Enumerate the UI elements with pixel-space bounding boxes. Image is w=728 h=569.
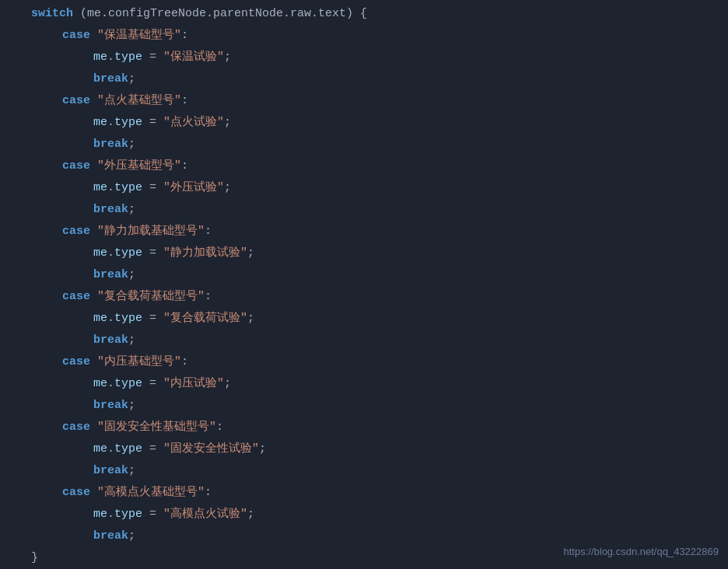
variable-token: me xyxy=(93,116,107,129)
code-line: me.type = "外压试验"; xyxy=(0,177,728,199)
code-line: me.type = "静力加载试验"; xyxy=(0,243,728,264)
plain-token: ; xyxy=(128,464,135,477)
code-line: me.type = "固发安全性试验"; xyxy=(0,438,728,460)
plain-token xyxy=(90,355,97,368)
code-line: switch (me.configTreeNode.parentNode.raw… xyxy=(0,3,728,25)
plain-token: ; xyxy=(224,116,231,129)
string-token: "高模点火试验" xyxy=(163,508,247,521)
keyword-token: break xyxy=(93,333,128,347)
plain-token: } xyxy=(31,551,38,564)
property-token: type xyxy=(114,246,142,260)
variable-token: me xyxy=(93,377,107,390)
keyword-token: case xyxy=(62,421,90,434)
variable-token: me xyxy=(93,246,107,260)
plain-token: ; xyxy=(128,399,135,412)
code-line: break; xyxy=(0,460,728,482)
plain-token: = xyxy=(142,51,163,64)
plain-token: ; xyxy=(247,508,254,521)
code-line: me.type = "点火试验"; xyxy=(0,112,728,134)
variable-token: me xyxy=(93,312,107,325)
variable-token: me xyxy=(93,51,107,64)
string-token: "内压试验" xyxy=(163,377,224,390)
plain-token: = xyxy=(142,312,163,325)
property-token: type xyxy=(114,51,142,64)
string-token: "固发安全性试验" xyxy=(163,442,259,456)
keyword-token: break xyxy=(93,138,128,151)
plain-token xyxy=(90,159,97,173)
plain-token: ; xyxy=(259,442,266,456)
plain-token: ; xyxy=(128,268,135,281)
plain-token: ; xyxy=(128,529,135,543)
plain-token: ; xyxy=(128,203,135,216)
keyword-token: break xyxy=(93,464,128,477)
string-token: "复合载荷基础型号" xyxy=(97,290,205,303)
plain-token: : xyxy=(205,486,212,499)
plain-token: ; xyxy=(224,181,231,194)
plain-token: ; xyxy=(128,138,135,151)
code-content: switch (me.configTreeNode.parentNode.raw… xyxy=(0,3,728,569)
code-line: break; xyxy=(0,68,728,90)
code-line: case "内压基础型号": xyxy=(0,351,728,373)
plain-token: ; xyxy=(224,51,231,64)
plain-token: ; xyxy=(128,333,135,347)
code-line: me.type = "复合载荷试验"; xyxy=(0,308,728,330)
string-token: "高模点火基础型号" xyxy=(97,486,205,499)
keyword-token: case xyxy=(62,290,90,303)
plain-token: . xyxy=(107,312,114,325)
string-token: "保温基础型号" xyxy=(97,29,181,42)
string-token: "复合载荷试验" xyxy=(163,312,247,325)
keyword-token: break xyxy=(93,399,128,412)
plain-token: . xyxy=(107,181,114,194)
plain-token: . xyxy=(107,51,114,64)
property-token: type xyxy=(114,181,142,194)
string-token: "保温试验" xyxy=(163,51,224,64)
keyword-token: break xyxy=(93,268,128,281)
property-token: type xyxy=(114,377,142,390)
plain-token xyxy=(90,486,97,499)
code-editor: switch (me.configTreeNode.parentNode.raw… xyxy=(0,0,728,569)
plain-token xyxy=(90,94,97,107)
plain-token: ; xyxy=(224,377,231,390)
plain-token: = xyxy=(142,508,163,521)
plain-token: . xyxy=(107,246,114,260)
code-line: break; xyxy=(0,199,728,221)
code-line: case "高模点火基础型号": xyxy=(0,482,728,504)
string-token: "固发安全性基础型号" xyxy=(97,421,216,434)
plain-token: . xyxy=(107,116,114,129)
property-token: type xyxy=(114,508,142,521)
keyword-token: break xyxy=(93,72,128,86)
keyword-token: break xyxy=(93,529,128,543)
keyword-token: case xyxy=(62,94,90,107)
variable-token: me xyxy=(93,181,107,194)
plain-token: = xyxy=(142,442,163,456)
plain-token: : xyxy=(205,225,212,238)
plain-token: : xyxy=(181,159,188,173)
code-line: case "保温基础型号": xyxy=(0,25,728,47)
code-line: me.type = "高模点火试验"; xyxy=(0,504,728,525)
code-line: break; xyxy=(0,395,728,417)
code-line: break; xyxy=(0,134,728,155)
plain-token: . xyxy=(107,508,114,521)
string-token: "点火基础型号" xyxy=(97,94,181,107)
plain-token: : xyxy=(205,290,212,303)
plain-token: = xyxy=(142,116,163,129)
plain-token xyxy=(90,421,97,434)
property-token: type xyxy=(114,312,142,325)
keyword-token: switch xyxy=(31,7,73,20)
keyword-token: break xyxy=(93,203,128,216)
variable-token: me xyxy=(93,508,107,521)
string-token: "点火试验" xyxy=(163,116,224,129)
plain-token: : xyxy=(181,355,188,368)
plain-token: = xyxy=(142,246,163,260)
code-line: case "点火基础型号": xyxy=(0,90,728,112)
code-line: break; xyxy=(0,330,728,351)
keyword-token: case xyxy=(62,159,90,173)
plain-token: ; xyxy=(128,72,135,86)
string-token: "静力加载基础型号" xyxy=(97,225,205,238)
string-token: "外压基础型号" xyxy=(97,159,181,173)
code-line: case "复合载荷基础型号": xyxy=(0,286,728,308)
string-token: "外压试验" xyxy=(163,181,224,194)
plain-token: ; xyxy=(247,246,254,260)
property-token: type xyxy=(114,442,142,456)
keyword-token: case xyxy=(62,486,90,499)
